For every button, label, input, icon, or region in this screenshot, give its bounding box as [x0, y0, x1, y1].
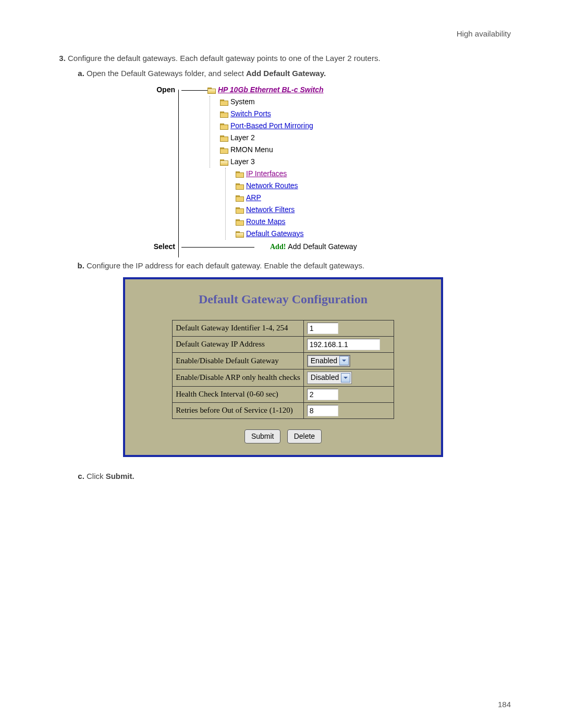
tree-node-ip-interfaces[interactable]: IP Interfaces	[236, 169, 287, 179]
retries-input[interactable]	[307, 405, 338, 416]
folder-open-icon	[236, 230, 244, 237]
table-row: Enable/Disable Default Gateway Enabled	[173, 352, 394, 369]
config-panel: Default Gateway Configuration Default Ga…	[123, 277, 443, 457]
folder-icon	[236, 170, 244, 177]
cfg-enable-label: Enable/Disable Default Gateway	[173, 352, 304, 369]
gateway-ip-input[interactable]	[307, 339, 380, 350]
tree-node-switch-ports[interactable]: Switch Ports	[220, 109, 271, 119]
tree-node-route-maps[interactable]: Route Maps	[236, 217, 285, 227]
substep-c: Click Submit.	[87, 471, 511, 482]
arp-health-select[interactable]: Disabled	[307, 372, 352, 384]
table-row: Health Check Interval (0-60 sec)	[173, 386, 394, 402]
select-value: Disabled	[311, 373, 339, 383]
config-table: Default Gateway Identifier 1-4, 254 Defa…	[172, 320, 394, 419]
tree-label: Route Maps	[246, 217, 285, 227]
select-value: Enabled	[311, 356, 337, 366]
cfg-id-label: Default Gateway Identifier 1-4, 254	[173, 320, 304, 336]
tree-root-label: HP 10Gb Ethernet BL-c Switch	[218, 85, 324, 95]
folder-icon	[220, 146, 228, 153]
folder-icon	[236, 182, 244, 189]
folder-icon	[220, 134, 228, 141]
tree-node-default-gateways[interactable]: Default Gateways	[236, 229, 304, 239]
substep-a: Open the Default Gateways folder, and se…	[87, 68, 511, 253]
substep-a-bold: Add Default Gateway.	[246, 69, 326, 78]
folder-icon	[236, 218, 244, 225]
chevron-down-icon	[341, 373, 350, 382]
tree-label: ARP	[246, 193, 261, 203]
cfg-interval-label: Health Check Interval (0-60 sec)	[173, 386, 304, 402]
table-row: Default Gateway Identifier 1-4, 254	[173, 320, 394, 336]
delete-button[interactable]: Delete	[287, 429, 322, 444]
substep-c-text: Click	[87, 472, 106, 480]
tree-label: Switch Ports	[230, 109, 271, 119]
enable-gateway-select[interactable]: Enabled	[307, 355, 350, 367]
folder-open-icon	[207, 87, 216, 93]
tree-node-network-filters[interactable]: Network Filters	[236, 205, 295, 215]
folder-icon	[236, 194, 244, 201]
tree-label: Network Filters	[246, 205, 295, 215]
tree-label: Default Gateways	[246, 229, 304, 239]
substep-b-text: Configure the IP address for each defaul…	[87, 261, 364, 270]
tree-node-arp[interactable]: ARP	[236, 193, 261, 203]
cfg-ip-label: Default Gateway IP Address	[173, 336, 304, 352]
tree-label: Network Routes	[246, 181, 298, 191]
table-row: Retries before Out of Service (1-120)	[173, 402, 394, 418]
tree-node-rmon[interactable]: RMON Menu	[220, 145, 273, 155]
tree-root[interactable]: HP 10Gb Ethernet BL-c Switch	[207, 85, 324, 95]
step-3-text: Configure the default gateways. Each def…	[68, 54, 381, 63]
tree-label: RMON Menu	[230, 145, 273, 155]
cfg-retries-label: Retries before Out of Service (1-120)	[173, 402, 304, 418]
tree-label: Port-Based Port Mirroring	[230, 121, 313, 131]
tree-label: Layer 2	[230, 133, 255, 143]
add-label: Add!	[270, 242, 286, 252]
table-row: Enable/Disable ARP only health checks Di…	[173, 369, 394, 387]
substep-a-text: Open the Default Gateways folder, and se…	[87, 69, 246, 78]
substep-c-bold: Submit.	[106, 472, 134, 480]
select-label: Select	[128, 242, 178, 252]
submit-button[interactable]: Submit	[244, 429, 281, 444]
step-3: Configure the default gateways. Each def…	[68, 53, 511, 482]
chevron-down-icon	[339, 356, 349, 365]
tree-node-layer3[interactable]: Layer 3	[220, 157, 255, 167]
tree-node-add-default-gateway[interactable]: Add! Add Default Gateway	[270, 242, 357, 252]
page-number: 184	[498, 700, 511, 709]
folder-icon	[220, 98, 228, 105]
add-text: Add Default Gateway	[288, 242, 357, 252]
open-label: Open	[128, 85, 178, 95]
tree-label: Layer 3	[230, 157, 255, 167]
folder-open-icon	[220, 158, 228, 165]
tree-node-network-routes[interactable]: Network Routes	[236, 181, 298, 191]
folder-icon	[236, 206, 244, 213]
tree-node-layer2[interactable]: Layer 2	[220, 133, 255, 143]
health-interval-input[interactable]	[307, 389, 338, 400]
cfg-arp-label: Enable/Disable ARP only health checks	[173, 369, 304, 387]
tree-label: System	[230, 97, 255, 107]
tree-label: IP Interfaces	[246, 169, 287, 179]
table-row: Default Gateway IP Address	[173, 336, 394, 352]
tree-figure: Open HP 10Gb Ethernet BL-c Switch System	[128, 84, 511, 253]
tree-node-system[interactable]: System	[220, 97, 255, 107]
config-title: Default Gateway Configuration	[134, 291, 432, 309]
section-header: High availability	[52, 29, 511, 38]
gateway-id-input[interactable]	[307, 323, 338, 334]
substep-b: Configure the IP address for each defaul…	[87, 260, 511, 457]
folder-icon	[220, 110, 228, 117]
tree-node-port-mirroring[interactable]: Port-Based Port Mirroring	[220, 121, 313, 131]
folder-icon	[220, 122, 228, 129]
